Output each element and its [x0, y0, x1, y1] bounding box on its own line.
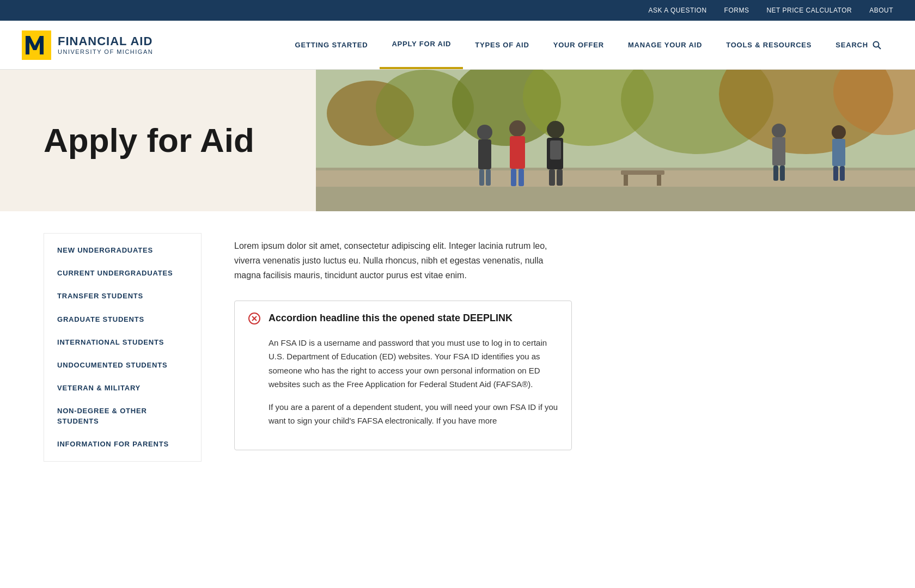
sidebar-veteran-military[interactable]: VETERAN & MILITARY	[44, 377, 201, 400]
nav-types-of-aid[interactable]: TYPES OF AID	[463, 21, 541, 69]
svg-rect-32	[833, 166, 838, 181]
logo-text: FINANCIAL AID UNIVERSITY OF MICHIGAN	[58, 35, 153, 54]
sidebar-card: NEW UNDERGRADUATES CURRENT UNDERGRADUATE…	[44, 233, 202, 462]
content-area: NEW UNDERGRADUATES CURRENT UNDERGRADUATE…	[0, 211, 915, 494]
nav-your-offer[interactable]: YOUR OFFER	[541, 21, 616, 69]
svg-rect-25	[550, 140, 561, 160]
svg-rect-28	[773, 166, 778, 181]
svg-rect-16	[486, 169, 491, 186]
utility-bar: ASK A QUESTION FORMS NET PRICE CALCULATO…	[0, 0, 915, 21]
logo[interactable]: FINANCIAL AID UNIVERSITY OF MICHIGAN	[22, 30, 153, 60]
svg-rect-34	[621, 170, 664, 175]
svg-rect-36	[657, 175, 661, 186]
svg-point-13	[477, 125, 492, 140]
svg-rect-27	[772, 137, 785, 166]
nav-apply-for-aid[interactable]: APPLY FOR AID	[380, 21, 463, 69]
main-content: Lorem ipsum dolor sit amet, consectetur …	[234, 211, 572, 462]
svg-rect-33	[840, 166, 845, 181]
hero-image	[316, 70, 915, 211]
hero-section: Apply for Aid	[0, 70, 915, 211]
search-button[interactable]: SEARCH	[823, 21, 893, 69]
svg-rect-12	[316, 170, 915, 187]
accordion-paragraph-2: If you are a parent of a dependent stude…	[269, 400, 558, 428]
svg-point-26	[772, 124, 786, 138]
sidebar-graduate-students[interactable]: GRADUATE STUDENTS	[44, 308, 201, 331]
nav-tools-resources[interactable]: TOOLS & RESOURCES	[714, 21, 823, 69]
svg-rect-29	[780, 166, 785, 181]
hero-text-area: Apply for Aid	[0, 70, 316, 211]
accordion-title: Accordion headline this the opened state…	[269, 313, 513, 324]
sidebar-undocumented-students[interactable]: UNDOCUMENTED STUDENTS	[44, 354, 201, 377]
svg-rect-18	[510, 136, 525, 169]
sidebar: NEW UNDERGRADUATES CURRENT UNDERGRADUATE…	[44, 211, 202, 462]
svg-rect-19	[511, 169, 516, 186]
body-text: Lorem ipsum dolor sit amet, consectetur …	[234, 238, 572, 283]
nav-getting-started[interactable]: GETTING STARTED	[283, 21, 380, 69]
svg-point-21	[547, 121, 564, 138]
forms-link[interactable]: FORMS	[724, 7, 749, 14]
svg-rect-14	[478, 139, 491, 169]
accordion-body: An FSA ID is a username and password tha…	[235, 336, 571, 450]
sidebar-new-undergraduates[interactable]: NEW UNDERGRADUATES	[44, 239, 201, 262]
sidebar-international-students[interactable]: INTERNATIONAL STUDENTS	[44, 331, 201, 354]
svg-rect-31	[832, 139, 845, 166]
sidebar-non-degree-students[interactable]: NON-DEGREE & OTHER STUDENTS	[44, 400, 201, 432]
accordion-header[interactable]: Accordion headline this the opened state…	[235, 301, 571, 336]
svg-rect-24	[557, 169, 563, 186]
accordion: Accordion headline this the opened state…	[234, 301, 572, 450]
svg-rect-15	[479, 169, 484, 186]
svg-point-1	[874, 41, 879, 47]
sidebar-transfer-students[interactable]: TRANSFER STUDENTS	[44, 285, 201, 308]
svg-point-17	[509, 120, 526, 137]
svg-rect-23	[549, 169, 555, 186]
ask-question-link[interactable]: ASK A QUESTION	[649, 7, 707, 14]
logo-subtitle: UNIVERSITY OF MICHIGAN	[58, 48, 153, 55]
svg-rect-35	[624, 175, 628, 186]
search-label: SEARCH	[835, 41, 868, 49]
accordion-close-icon	[248, 312, 261, 325]
logo-title: FINANCIAL AID	[58, 35, 153, 48]
svg-line-2	[879, 46, 881, 49]
header: FINANCIAL AID UNIVERSITY OF MICHIGAN GET…	[0, 21, 915, 70]
svg-point-30	[832, 125, 846, 139]
search-icon	[873, 41, 881, 50]
nav-manage-your-aid[interactable]: MANAGE YOUR AID	[616, 21, 714, 69]
about-link[interactable]: ABOUT	[869, 7, 893, 14]
accordion-paragraph-1: An FSA ID is a username and password tha…	[269, 336, 558, 391]
university-m-logo	[22, 30, 51, 60]
svg-rect-20	[518, 169, 524, 186]
net-price-calculator-link[interactable]: NET PRICE CALCULATOR	[766, 7, 852, 14]
page-title: Apply for Aid	[44, 122, 254, 159]
campus-photo	[316, 70, 915, 211]
sidebar-information-parents[interactable]: INFORMATION FOR PARENTS	[44, 433, 201, 456]
sidebar-current-undergraduates[interactable]: CURRENT UNDERGRADUATES	[44, 262, 201, 285]
main-navigation: GETTING STARTED APPLY FOR AID TYPES OF A…	[283, 21, 893, 69]
